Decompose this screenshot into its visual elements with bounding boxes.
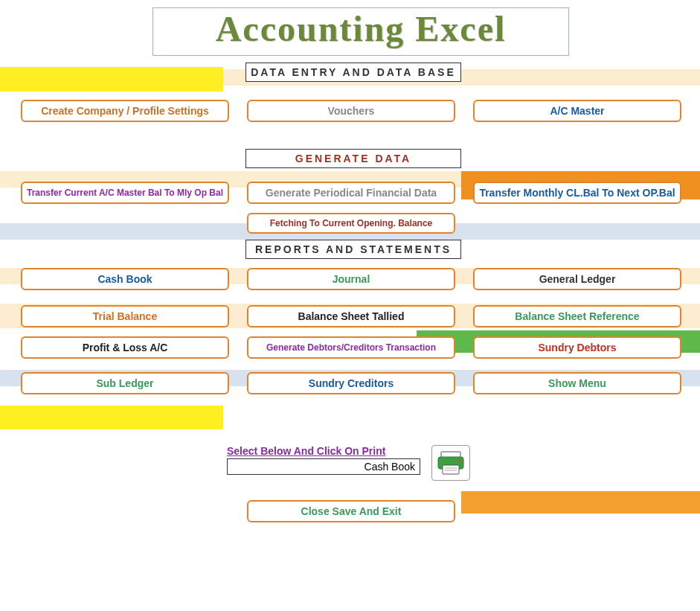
bg-yellow-left-1 xyxy=(0,67,223,92)
sundry-creditors-button[interactable]: Sundry Creditors xyxy=(247,372,455,394)
cash-book-button[interactable]: Cash Book xyxy=(21,268,229,290)
show-menu-button[interactable]: Show Menu xyxy=(473,372,681,394)
create-company-button[interactable]: Create Company / Profile Settings xyxy=(21,100,229,122)
print-label: Select Below And Click On Print xyxy=(227,445,450,457)
transfer-master-bal-button[interactable]: Transfer Current A/C Master Bal To Mly O… xyxy=(21,182,229,204)
svg-point-2 xyxy=(457,459,460,462)
print-select[interactable]: Cash Book xyxy=(227,458,420,475)
svg-rect-3 xyxy=(443,465,459,474)
section-generate-data: GENERATE DATA xyxy=(245,149,461,168)
gen-debtors-creditors-button[interactable]: Generate Debtors/Creditors Transaction xyxy=(247,336,455,359)
section-reports: REPORTS AND STATEMENTS xyxy=(245,240,461,259)
trial-balance-button[interactable]: Trial Balance xyxy=(21,305,229,327)
section-data-entry: DATA ENTRY AND DATA BASE xyxy=(245,63,461,82)
journal-button[interactable]: Journal xyxy=(247,268,455,290)
printer-icon[interactable] xyxy=(431,445,470,481)
bg-orange-right-2 xyxy=(461,491,700,514)
sundry-debtors-button[interactable]: Sundry Debtors xyxy=(473,336,681,359)
transfer-monthly-button[interactable]: Transfer Monthly CL.Bal To Next OP.Bal xyxy=(473,182,681,204)
bg-yellow-left-2 xyxy=(0,406,223,429)
close-save-exit-button[interactable]: Close Save And Exit xyxy=(247,500,455,522)
ac-master-button[interactable]: A/C Master xyxy=(473,100,681,122)
balance-sheet-tallied-button[interactable]: Balance Sheet Tallied xyxy=(247,305,455,327)
sub-ledger-button[interactable]: Sub Ledger xyxy=(21,372,229,394)
app-title: Accounting Excel xyxy=(216,9,507,48)
general-ledger-button[interactable]: General Ledger xyxy=(473,268,681,290)
fetching-opening-button[interactable]: Fetching To Current Opening. Balance xyxy=(247,213,455,234)
generate-periodical-button[interactable]: Generate Periodical Financial Data xyxy=(247,182,455,204)
vouchers-button[interactable]: Vouchers xyxy=(247,100,455,122)
profit-loss-button[interactable]: Profit & Loss A/C xyxy=(21,336,229,359)
title-frame: Accounting Excel xyxy=(152,7,569,56)
balance-sheet-ref-button[interactable]: Balance Sheet Reference xyxy=(473,305,681,327)
